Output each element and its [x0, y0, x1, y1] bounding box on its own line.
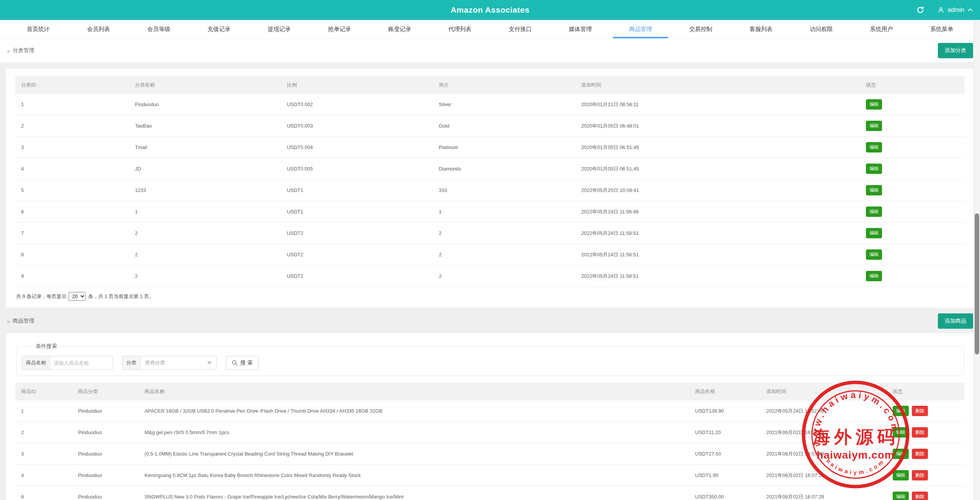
category-filter-group: 分类 所有分类: [122, 356, 217, 370]
cell-intro: 2: [433, 223, 575, 244]
cell-product-price: USDT27.50: [689, 443, 761, 465]
product-table-row: 3 Pinduoduo (0.5-1.0MM) Elastic Line Tra…: [15, 443, 965, 465]
nav-tab[interactable]: 充值记录: [191, 20, 247, 38]
nav-tab[interactable]: 会员等级: [131, 20, 186, 38]
cell-product-category: Pinduoduo: [72, 400, 139, 422]
nav-tab[interactable]: 访问权限: [794, 20, 849, 38]
cell-category-name: 1: [129, 201, 281, 223]
edit-button[interactable]: 编辑: [866, 121, 882, 131]
cell-product-id: 2: [15, 422, 72, 443]
pagination: 共 9 条记录，每页显示 20 条，共 1 页当前显示第 1 页。: [15, 287, 965, 302]
pagination-suffix: 条，共 1 页当前显示第 1 页。: [88, 293, 154, 300]
cell-category-id: 6: [15, 201, 129, 223]
cell-status: 编辑: [860, 223, 965, 244]
cell-product-id: 1: [15, 400, 72, 422]
nav-tab[interactable]: 代理列表: [432, 20, 487, 38]
delete-button[interactable]: 删除: [912, 470, 928, 480]
user-icon: [938, 7, 944, 13]
cell-add-time: 2022年05月24日 11:58:51: [575, 244, 860, 266]
add-category-button[interactable]: 添加分类: [938, 43, 973, 58]
category-table-header-row: 分类ID 分类名称 比例 简介 添加时间 状态: [15, 76, 965, 94]
chevron-up-icon: [967, 8, 973, 12]
product-table-header-row: 商品ID 商品分类 商品名称 商品价格 添加时间 状态: [15, 383, 965, 400]
cell-add-time: 2022年05月24日 11:52:46: [761, 400, 887, 422]
edit-button[interactable]: 编辑: [866, 271, 882, 281]
nav-tab[interactable]: 客服列表: [733, 20, 789, 38]
cell-ratio: USDT1: [281, 201, 433, 223]
delete-button[interactable]: 删除: [912, 449, 928, 459]
search-button[interactable]: 搜 索: [226, 356, 258, 370]
search-legend: 条件搜索: [33, 343, 60, 350]
cell-product-price: USDT139.90: [689, 400, 761, 422]
cell-status: 编辑: [860, 158, 965, 180]
edit-button[interactable]: 编辑: [866, 99, 882, 110]
cell-product-category: Pinduoduo: [72, 443, 139, 465]
cell-ratio: USDT1: [281, 180, 433, 201]
cell-status: 编辑删除: [887, 443, 965, 465]
cell-product-category: Pinduoduo: [72, 422, 139, 443]
user-menu[interactable]: admin: [938, 7, 973, 13]
edit-button[interactable]: 编辑: [866, 207, 882, 217]
nav-tab[interactable]: 系统用户: [854, 20, 909, 38]
edit-button[interactable]: 编辑: [866, 164, 882, 174]
cell-status: 编辑: [860, 180, 965, 201]
cell-category-id: 2: [15, 115, 129, 137]
category-table-row: 5 1233 USDT1 333 2022年05月20日 10:08:41 编辑: [15, 180, 965, 201]
cell-intro: Diamonds: [433, 158, 575, 180]
cell-add-time: 2021年08月02日 16:07:29: [761, 486, 887, 500]
page-size-select[interactable]: 20: [69, 292, 86, 301]
delete-button[interactable]: 删除: [912, 427, 928, 438]
category-table: 分类ID 分类名称 比例 简介 添加时间 状态 1 Pinduoduo USDT…: [15, 76, 965, 287]
nav-tab[interactable]: 支付接口: [493, 20, 548, 38]
product-name-input[interactable]: [50, 356, 113, 370]
category-table-row: 6 1 USDT1 1 2022年05月24日 11:56:48 编辑: [15, 201, 965, 223]
cell-category-name: TaoBao: [129, 115, 281, 137]
delete-button[interactable]: 删除: [912, 406, 928, 416]
nav-tab[interactable]: 商品管理: [613, 20, 668, 38]
scrollbar-thumb[interactable]: [975, 213, 979, 354]
search-panel: 条件搜索 商品名称 分类 所有分类 搜 索: [16, 343, 964, 376]
cell-intro: Platinum: [433, 137, 575, 158]
cell-category-id: 3: [15, 137, 129, 158]
edit-button[interactable]: 编辑: [893, 406, 909, 416]
nav-tab[interactable]: 会员列表: [71, 20, 126, 38]
category-select-value: 所有分类: [145, 359, 165, 366]
nav-tab[interactable]: 账变记录: [372, 20, 427, 38]
edit-button[interactable]: 编辑: [866, 185, 882, 195]
nav-tab[interactable]: 抢单记录: [312, 20, 367, 38]
product-table: 商品ID 商品分类 商品名称 商品价格 添加时间 状态 1 Pinduoduo …: [15, 383, 965, 500]
cell-product-name: M&g gel pen r3/r5 0.5mm/0.7mm 1pcs: [139, 422, 689, 443]
edit-button[interactable]: 编辑: [866, 228, 882, 238]
add-product-button[interactable]: 添加商品: [938, 313, 973, 329]
nav-tab[interactable]: 交易控制: [673, 20, 728, 38]
category-table-row: 1 Pinduoduo USDT0.002 Silver 2020年01月21日…: [15, 94, 965, 115]
edit-button[interactable]: 编辑: [893, 470, 909, 480]
section-title: 分类管理: [13, 47, 34, 54]
edit-button[interactable]: 编辑: [893, 427, 909, 438]
nav-tab[interactable]: 系统菜单: [914, 20, 969, 38]
nav-tab[interactable]: 提现记录: [252, 20, 307, 38]
nav-tab[interactable]: 媒体管理: [553, 20, 608, 38]
nav-tab[interactable]: 首页统计: [11, 20, 66, 38]
cell-status: 编辑: [860, 94, 965, 115]
delete-button[interactable]: 删除: [912, 492, 928, 500]
product-table-row: 4 Pinduoduo Kerongsang 0.8CM 1pc Batu Ko…: [15, 465, 965, 486]
col-header-add-time: 添加时间: [761, 383, 887, 400]
edit-button[interactable]: 编辑: [893, 492, 909, 500]
product-table-row: 6 Pinduoduo SNOWPLUS New 3.0 Pods Flavor…: [15, 486, 965, 500]
cell-status: 编辑: [860, 115, 965, 137]
refresh-icon[interactable]: [916, 6, 924, 14]
edit-button[interactable]: 编辑: [866, 249, 882, 260]
cell-category-id: 5: [15, 180, 129, 201]
edit-button[interactable]: 编辑: [893, 449, 909, 459]
category-table-row: 9 2 USDT2 2 2022年05月24日 11:58:51 编辑: [15, 266, 965, 287]
vertical-scrollbar[interactable]: [973, 20, 980, 500]
category-select[interactable]: 所有分类: [140, 356, 217, 370]
cell-product-name: SNOWPLUS New 3.0 Pods Flavors - Grape Ic…: [139, 486, 689, 500]
cell-status: 编辑: [860, 266, 965, 287]
edit-button[interactable]: 编辑: [866, 142, 882, 152]
cell-add-time: 2021年08月02日 16:07:29: [761, 422, 887, 443]
category-table-row: 8 2 USDT2 2 2022年05月24日 11:58:51 编辑: [15, 244, 965, 266]
section-title: 商品管理: [13, 318, 34, 325]
cell-product-price: USDT1.90: [689, 465, 761, 486]
